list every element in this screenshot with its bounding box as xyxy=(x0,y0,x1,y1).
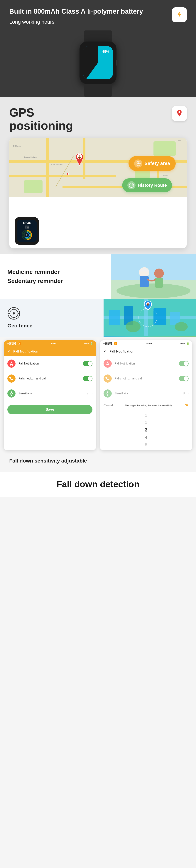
sensitivity-label-right: Sensitivity xyxy=(115,392,180,395)
sensitivity-value-right: 3 xyxy=(183,392,185,395)
fall-sensitivity-title: Fall down sensitivity adjustable xyxy=(9,458,124,464)
reminder-image xyxy=(111,254,196,299)
right-phone-screen: 中国联通 📶 17:50 66% 🔋 < Fall Notification xyxy=(100,340,192,450)
header-title-right: Fall Notification xyxy=(109,349,134,353)
svg-point-16 xyxy=(138,163,139,164)
toggle-knob xyxy=(88,376,92,381)
notification-item-fall-right: Fall Notification xyxy=(100,356,192,371)
svg-rect-24 xyxy=(140,276,149,287)
safety-area-button[interactable]: Safety area xyxy=(129,156,176,171)
watch-in-map-body: 18:46 WED22/25 80 76 24 xyxy=(15,217,39,245)
save-button-left[interactable]: Save xyxy=(7,405,92,414)
toggle-knob-right xyxy=(184,361,188,366)
phone-icon xyxy=(7,374,16,382)
sens-num-1[interactable]: 1 xyxy=(145,412,147,419)
watch-body: 65% xyxy=(80,41,116,84)
svg-line-49 xyxy=(12,365,13,366)
status-right-left-info: 中国联通 📶 xyxy=(103,342,117,345)
lightning-bolt-icon xyxy=(175,10,184,19)
svg-point-25 xyxy=(154,269,164,278)
map-label: Orchard Business xyxy=(24,156,37,158)
falls-call-toggle-right[interactable] xyxy=(179,376,189,381)
sens-num-2[interactable]: 2 xyxy=(145,419,147,426)
notification-item-sensitivity-right[interactable]: Sensitivity 3 › xyxy=(100,386,192,401)
sedentary-reminder-text: Sedentary reminder xyxy=(7,278,104,284)
fall-detection-title: Fall down detection xyxy=(7,479,189,489)
toggle-knob xyxy=(88,361,92,366)
svg-point-17 xyxy=(129,183,134,187)
battery-icon-wrap xyxy=(172,7,187,22)
notification-item-sensitivity[interactable]: Sensitivity 3 › xyxy=(4,386,96,401)
svg-text:76: 76 xyxy=(26,235,28,236)
carrier-right: 中国联通 xyxy=(103,342,112,345)
svg-point-41 xyxy=(126,321,141,332)
battery-section: Built in 800mAh Class A li-polymer batte… xyxy=(0,0,196,97)
carrier-left: 中国联通 xyxy=(7,342,16,345)
map-label: CH-Urba xyxy=(162,175,168,177)
status-bar-right: 中国联通 📶 17:50 66% 🔋 xyxy=(100,340,192,347)
watch-screen: 65% xyxy=(83,46,113,80)
back-button-right[interactable]: < xyxy=(103,349,107,353)
status-right-info: 96% 🔋 xyxy=(84,342,93,345)
popup-cancel-button[interactable]: Cancel xyxy=(104,404,113,407)
map-label: Central Business xyxy=(50,163,62,165)
fall-notification-section: 中国联通 📶 17:50 96% 🔋 < Fall Notification xyxy=(0,337,196,454)
sens-num-4[interactable]: 4 xyxy=(145,434,147,441)
medicine-reminder-text: Medicine reminder xyxy=(7,269,104,275)
svg-rect-39 xyxy=(153,308,166,325)
sensitivity-icon-right xyxy=(104,390,112,398)
svg-text:24: 24 xyxy=(26,237,28,238)
battery-title: Built in 800mAh Class A li-polymer batte… xyxy=(9,7,187,15)
app-header-right: < Fall Notification xyxy=(100,347,192,356)
svg-marker-0 xyxy=(177,11,181,18)
sens-num-3[interactable]: 3 xyxy=(145,426,147,434)
fall-detection-footer: Fall down detection xyxy=(0,472,196,497)
wifi-icon-right: 📶 xyxy=(114,342,117,345)
gps-icon-wrap xyxy=(172,106,187,121)
notification-list-left: Fall Notification Falls notif...n and ca… xyxy=(4,356,96,401)
svg-rect-21 xyxy=(111,254,196,280)
chevron-right-icon: › xyxy=(91,392,92,395)
watch-screen-inner: 65% xyxy=(83,46,113,80)
fall-person-icon-right xyxy=(104,360,112,368)
sens-num-5[interactable]: 5 xyxy=(145,441,147,448)
map-pin xyxy=(74,152,85,168)
safety-area-label: Safety area xyxy=(144,161,170,166)
wifi-icon-left: 📶 xyxy=(18,342,21,345)
save-btn-container: Save xyxy=(4,401,96,418)
falls-call-label-left: Falls notif...n and call xyxy=(19,377,80,380)
geofence-city-bg xyxy=(104,299,196,337)
working-hours-text: Long working hours xyxy=(9,19,187,25)
watch-screen-small: 18:46 WED22/25 80 76 24 xyxy=(17,220,37,242)
notification-item-call: Falls notif...n and call xyxy=(4,371,96,386)
fall-notification-label-left: Fall Notification xyxy=(19,362,80,365)
sensitivity-label-left: Sensitivity xyxy=(19,392,84,395)
sensitivity-popup: Cancel The larger the value, the lower t… xyxy=(100,401,192,450)
svg-point-4 xyxy=(79,155,80,157)
svg-rect-37 xyxy=(109,310,120,325)
popup-ok-button[interactable]: Ok xyxy=(185,404,189,407)
fall-notification-toggle-right[interactable] xyxy=(179,361,189,366)
safety-icon xyxy=(134,159,142,167)
gps-section: GPS positioning ChChentan xyxy=(0,97,196,254)
status-right-right-info: 66% 🔋 xyxy=(180,342,189,345)
popup-header-row: Cancel The larger the value, the lower t… xyxy=(100,401,192,410)
fall-notification-toggle-left[interactable] xyxy=(83,361,92,366)
geofence-left: Geo fence xyxy=(0,299,104,337)
watch-in-map: 18:46 WED22/25 80 76 24 xyxy=(15,217,39,245)
falls-call-toggle-left[interactable] xyxy=(83,376,92,381)
notification-item-call-right: Falls notif...n and call xyxy=(100,371,192,386)
sensitivity-number-picker[interactable]: 1 2 3 4 5 xyxy=(100,410,192,450)
svg-point-2 xyxy=(178,111,180,113)
svg-point-52 xyxy=(107,392,108,393)
history-route-button[interactable]: History Route xyxy=(122,178,172,192)
app-header-left: < Fall Notification xyxy=(4,347,96,356)
toggle-knob-call-right xyxy=(184,376,188,381)
map-card: ChChentan Orchard Business Central Busin… xyxy=(9,138,187,248)
geofence-icon xyxy=(7,307,20,320)
svg-line-48 xyxy=(10,365,10,366)
svg-point-50 xyxy=(11,392,12,393)
back-button-left[interactable]: < xyxy=(7,349,11,354)
phone-icon-right xyxy=(104,374,112,382)
svg-point-33 xyxy=(13,312,15,314)
